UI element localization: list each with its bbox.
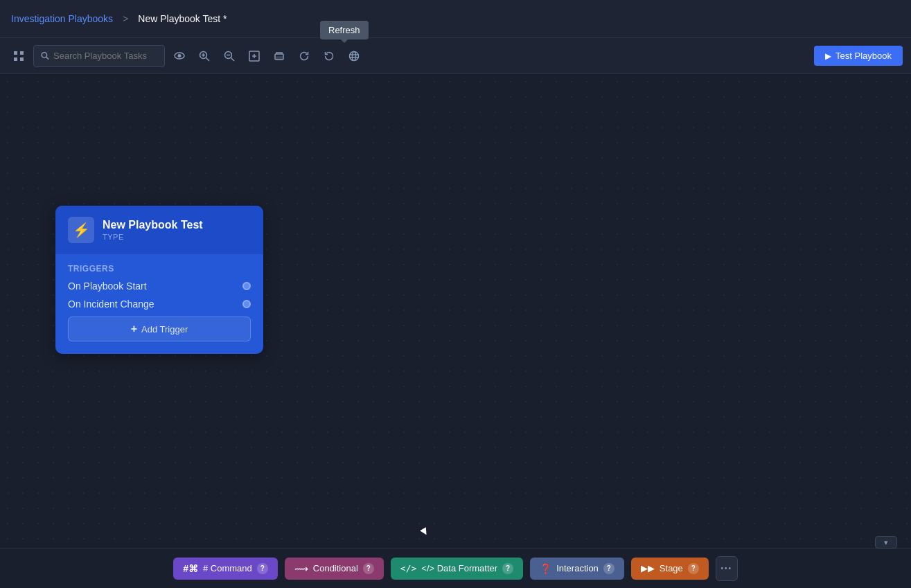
print-btn[interactable]	[269, 47, 290, 65]
dataformatter-type-button[interactable]: </> </> Data Formatter ?	[391, 558, 523, 580]
node-title: New Playbook Test	[103, 219, 203, 231]
interaction-help-icon[interactable]: ?	[603, 563, 614, 574]
collapse-button[interactable]: ▾	[875, 536, 897, 549]
conditional-type-button[interactable]: ⟿ Conditional ?	[285, 558, 384, 580]
breadcrumb-current: New Playbook Test *	[138, 13, 227, 24]
interaction-icon: ❓	[540, 563, 551, 574]
svg-rect-17	[276, 57, 282, 60]
trigger-incident-change: On Incident Change	[68, 299, 154, 310]
search-icon	[41, 51, 49, 60]
more-icon: •••	[721, 564, 733, 572]
add-trigger-button[interactable]: + Add Trigger	[68, 317, 251, 341]
plus-icon: +	[131, 323, 137, 335]
svg-point-4	[42, 53, 47, 58]
undo-btn[interactable]	[319, 47, 339, 65]
command-icon: #⌘	[183, 563, 198, 574]
trigger-dot-2	[242, 300, 251, 308]
node-title-area: New Playbook Test TYPE	[103, 219, 203, 241]
svg-rect-1	[20, 51, 24, 55]
svg-line-13	[231, 57, 235, 61]
test-playbook-button[interactable]: ▶ Test Playbook	[814, 46, 903, 66]
breadcrumb-link[interactable]: Investigation Playbooks	[11, 13, 113, 24]
bottom-panel: ▾ #⌘ # Command ? ⟿ Conditional ? </> </>…	[0, 548, 911, 588]
breadcrumb-sep: >	[123, 13, 128, 24]
chevron-down-icon: ▾	[884, 538, 888, 547]
conditional-icon: ⟿	[294, 563, 308, 574]
global-btn[interactable]	[344, 47, 364, 65]
node-body: Triggers On Playbook Start On Incident C…	[55, 254, 263, 354]
eye-icon	[174, 52, 185, 60]
trigger-playbook-start: On Playbook Start	[68, 280, 147, 292]
play-icon: ▶	[825, 51, 831, 61]
node-header: ⚡ New Playbook Test TYPE	[55, 206, 263, 254]
zoom-in-btn[interactable]	[194, 47, 215, 65]
globe-icon	[348, 51, 360, 62]
svg-rect-2	[14, 57, 17, 61]
print-icon	[274, 51, 285, 62]
node-icon: ⚡	[68, 217, 94, 243]
top-nav: Investigation Playbooks > New Playbook T…	[0, 0, 911, 38]
trigger-row-2[interactable]: On Incident Change	[68, 299, 251, 310]
zoom-out-btn[interactable]	[219, 47, 240, 65]
cursor	[420, 527, 430, 537]
refresh-icon	[299, 51, 310, 62]
stage-help-icon[interactable]: ?	[688, 563, 699, 574]
svg-point-19	[353, 51, 356, 60]
svg-rect-0	[14, 51, 17, 55]
dataformatter-help-icon[interactable]: ?	[502, 563, 513, 574]
search-input[interactable]	[53, 51, 157, 61]
trigger-dot-1	[242, 282, 251, 290]
search-bar[interactable]	[33, 45, 165, 67]
refresh-btn[interactable]	[294, 47, 315, 65]
svg-rect-3	[20, 57, 24, 61]
undo-icon	[324, 51, 335, 62]
fit-icon	[249, 51, 260, 62]
zoom-in-icon	[199, 51, 210, 62]
stage-icon: ▶▶	[641, 563, 655, 573]
more-options-button[interactable]: •••	[716, 556, 738, 581]
grid-icon-btn[interactable]	[8, 47, 29, 65]
playbook-node[interactable]: ⚡ New Playbook Test TYPE Triggers On Pla…	[55, 206, 263, 354]
svg-point-18	[350, 51, 359, 60]
canvas[interactable]: ⚡ New Playbook Test TYPE Triggers On Pla…	[0, 74, 911, 548]
interaction-type-button[interactable]: ❓ Interaction ?	[530, 558, 624, 580]
svg-line-9	[206, 57, 210, 61]
toolbar: ▶ Test Playbook	[0, 38, 911, 74]
zoom-out-icon	[224, 51, 235, 62]
bolt-icon: ⚡	[73, 222, 90, 238]
eye-icon-btn[interactable]	[169, 48, 190, 63]
command-help-icon[interactable]: ?	[257, 563, 268, 574]
conditional-help-icon[interactable]: ?	[363, 563, 374, 574]
svg-point-7	[178, 54, 182, 57]
trigger-row-1[interactable]: On Playbook Start	[68, 280, 251, 292]
refresh-tooltip: Refresh	[320, 21, 369, 39]
node-type: TYPE	[103, 233, 203, 241]
fit-screen-btn[interactable]	[244, 47, 265, 65]
svg-line-5	[46, 57, 48, 59]
stage-type-button[interactable]: ▶▶ Stage ?	[631, 558, 709, 580]
dataformatter-icon: </>	[400, 563, 416, 573]
command-type-button[interactable]: #⌘ # Command ?	[173, 558, 278, 580]
triggers-label: Triggers	[68, 264, 251, 274]
